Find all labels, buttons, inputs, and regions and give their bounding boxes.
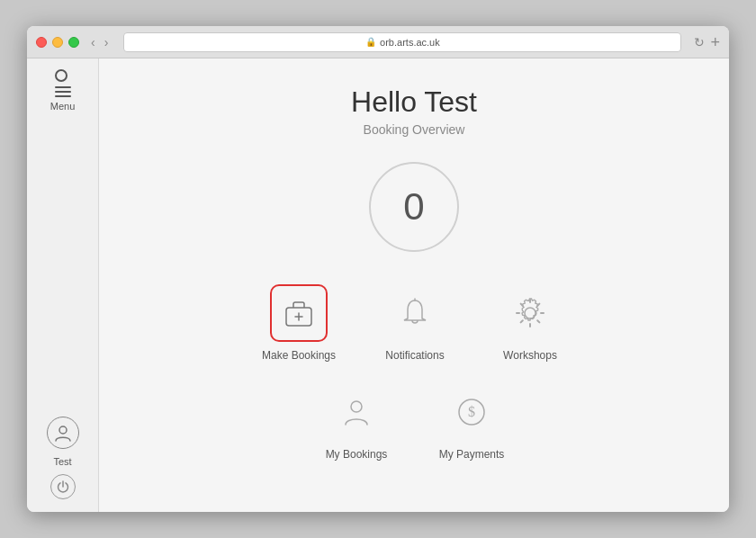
booking-count: 0 [403, 185, 424, 229]
menu-circle-icon [55, 69, 68, 82]
my-bookings-label: My Bookings [326, 448, 388, 461]
address-bar[interactable]: 🔒 orb.arts.ac.uk [123, 32, 681, 52]
browser-window: ‹ › 🔒 orb.arts.ac.uk ↻ + Menu [27, 26, 729, 512]
forward-button[interactable]: › [102, 35, 112, 49]
svg-point-0 [59, 426, 67, 434]
workshops-label: Workshops [503, 349, 557, 362]
workshops-icon-wrapper [501, 284, 559, 342]
my-payments-icon: $ [452, 392, 491, 432]
my-bookings-icon-wrapper [328, 383, 385, 441]
ham-line-1 [55, 86, 71, 88]
ham-line-2 [55, 91, 71, 93]
main-layout: Menu Test Hello [27, 58, 729, 512]
my-bookings-icon [337, 392, 376, 432]
user-avatar[interactable] [47, 417, 79, 449]
page-title: Hello Test [351, 85, 477, 119]
svg-point-6 [351, 401, 362, 412]
booking-count-circle: 0 [369, 162, 459, 252]
make-bookings-icon [279, 293, 319, 333]
logout-button[interactable] [50, 474, 76, 499]
action-grid: Make Bookings Notifications [262, 284, 566, 461]
notifications-icon [395, 293, 435, 333]
title-bar: ‹ › 🔒 orb.arts.ac.uk ↻ + [27, 26, 729, 58]
notifications-label: Notifications [385, 349, 444, 362]
notifications-button[interactable]: Notifications [379, 284, 451, 362]
workshops-icon [510, 293, 550, 333]
my-payments-button[interactable]: $ My Payments [436, 383, 508, 461]
make-bookings-button[interactable]: Make Bookings [262, 284, 336, 362]
url-text: orb.arts.ac.uk [380, 37, 440, 48]
content-area: Hello Test Booking Overview 0 [99, 58, 729, 512]
sidebar: Menu Test [27, 58, 99, 512]
my-payments-icon-wrapper: $ [443, 383, 500, 441]
page-subtitle: Booking Overview [364, 122, 465, 137]
make-bookings-icon-wrapper [270, 284, 328, 342]
nav-buttons: ‹ › [88, 35, 111, 49]
power-icon [57, 480, 69, 493]
my-bookings-button[interactable]: My Bookings [320, 383, 392, 461]
action-row-2: My Bookings $ My Payments [320, 383, 508, 461]
back-button[interactable]: ‹ [88, 35, 98, 49]
ham-line-3 [55, 95, 71, 97]
make-bookings-label: Make Bookings [262, 349, 336, 362]
notifications-icon-wrapper [386, 284, 444, 342]
svg-text:$: $ [468, 404, 475, 419]
user-label: Test [53, 456, 71, 467]
refresh-button[interactable]: ↻ [694, 35, 705, 49]
workshops-button[interactable]: Workshops [494, 284, 566, 362]
minimize-button[interactable] [52, 37, 63, 48]
new-tab-button[interactable]: + [710, 34, 720, 50]
traffic-lights [36, 37, 79, 48]
lock-icon: 🔒 [365, 37, 376, 47]
maximize-button[interactable] [68, 37, 79, 48]
hamburger-icon [55, 69, 71, 97]
action-row-1: Make Bookings Notifications [262, 284, 566, 362]
menu-label: Menu [50, 101, 76, 112]
menu-button[interactable]: Menu [50, 69, 76, 112]
user-icon [53, 423, 73, 443]
sidebar-bottom: Test [47, 417, 79, 512]
close-button[interactable] [36, 37, 47, 48]
my-payments-label: My Payments [439, 448, 505, 461]
